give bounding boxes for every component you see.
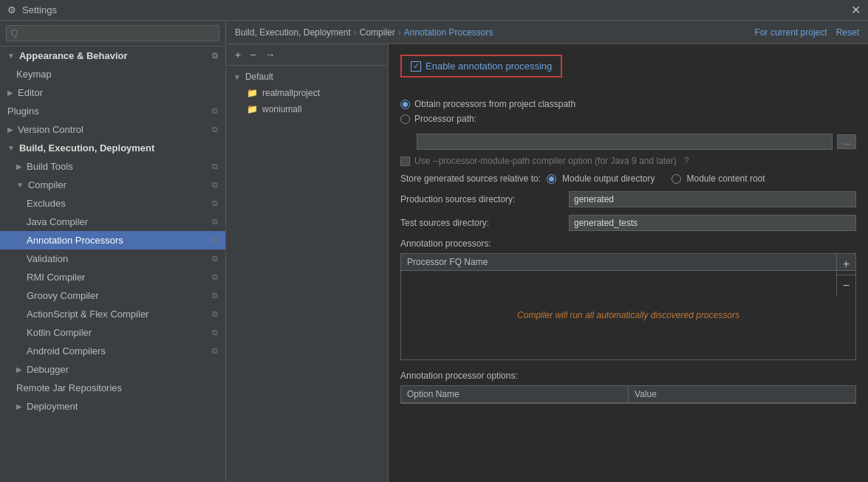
copy-icon: ⧉ [212, 235, 218, 245]
options-table-header: Option Name Value [401, 386, 855, 403]
table-add-button[interactable]: + [836, 254, 855, 275]
copy-icon: ⧉ [212, 254, 218, 264]
title-bar-icon: ⚙ [7, 4, 16, 16]
title-bar-title: Settings [22, 4, 57, 16]
expand-icon: ▼ [7, 52, 15, 60]
processor-path-input-row: … [400, 134, 856, 150]
sidebar-item-kotlin-compiler[interactable]: Kotlin Compiler ⧉ [0, 323, 225, 342]
expand-icon: ▼ [16, 181, 24, 189]
enable-annotation-checkbox[interactable]: ✓ [411, 61, 421, 72]
tree-remove-button[interactable]: − [247, 47, 259, 62]
breadcrumb-sep2: › [398, 27, 401, 38]
search-input[interactable] [6, 25, 219, 41]
tree-item-default[interactable]: ▼ Default [226, 69, 388, 85]
obtain-classpath-label: Obtain processors from project classpath [414, 99, 575, 109]
obtain-classpath-row[interactable]: Obtain processors from project classpath [400, 97, 856, 111]
sidebar-item-remote-jar[interactable]: Remote Jar Repositories [0, 379, 225, 397]
top-bar-actions: For current project Reset [755, 27, 859, 38]
tree-expand-button[interactable]: → [262, 47, 278, 62]
breadcrumb-part2: Compiler [360, 27, 395, 38]
options-table: Option Name Value [400, 385, 856, 404]
sidebar-item-label: ActionScript & Flex Compiler [27, 309, 148, 320]
test-sources-label: Test sources directory: [400, 218, 563, 228]
tree-item-label: realmallproject [262, 88, 320, 98]
copy-icon: ⧉ [212, 162, 218, 171]
main-container: ▼ Appearance & Behavior ⧉ Keymap ▶ Edito… [0, 21, 868, 482]
sidebar-item-build-tools[interactable]: ▶ Build Tools ⧉ [0, 157, 225, 176]
sidebar-item-label: Kotlin Compiler [27, 327, 92, 338]
sidebar-item-compiler[interactable]: ▼ Compiler ⧉ [0, 176, 225, 194]
breadcrumb-part3: Annotation Processors [404, 27, 493, 38]
table-body: Compiler will run all automatically disc… [401, 271, 855, 359]
processor-path-label: Processor path: [414, 114, 476, 124]
sidebar-item-editor[interactable]: ▶ Editor [0, 83, 225, 102]
store-sources-label: Store generated sources relative to: [400, 173, 541, 184]
expand-icon: ▶ [16, 402, 22, 410]
obtain-classpath-radio[interactable] [400, 100, 410, 109]
reset-link[interactable]: Reset [836, 27, 859, 38]
folder-icon: 📁 [247, 104, 258, 114]
copy-icon: ⧉ [212, 125, 218, 134]
breadcrumb: Build, Execution, Deployment › Compiler … [235, 27, 493, 38]
sidebar-item-appearance[interactable]: ▼ Appearance & Behavior ⧉ [0, 47, 225, 65]
sidebar-item-version-control[interactable]: ▶ Version Control ⧉ [0, 120, 225, 139]
sidebar-item-build-exec-deploy[interactable]: ▼ Build, Execution, Deployment [0, 139, 225, 157]
annotation-processors-table: Processor FQ Name + − Compiler will run … [400, 253, 856, 360]
sidebar-item-label: Keymap [16, 69, 52, 80]
processor-path-row[interactable]: Processor path: [400, 111, 856, 126]
sidebar-item-validation[interactable]: Validation ⧉ [0, 249, 225, 268]
sidebar-item-rmi-compiler[interactable]: RMI Compiler ⧉ [0, 268, 225, 286]
test-sources-row: Test sources directory: [400, 215, 856, 231]
sidebar-item-debugger[interactable]: ▶ Debugger [0, 360, 225, 379]
close-button[interactable]: ✕ [851, 3, 861, 17]
expand-icon: ▶ [7, 125, 13, 134]
sidebar-item-annotation-processors[interactable]: Annotation Processors ⧉ [0, 231, 225, 249]
tree-item-label: Default [245, 72, 273, 82]
sidebar-item-label: Android Compilers [27, 345, 106, 357]
module-path-checkbox[interactable] [400, 156, 410, 166]
split-panel: + − → ▼ Default 📁 realmallproject 📁 [226, 44, 868, 482]
copy-icon: ⧉ [212, 272, 218, 282]
sidebar-item-actionscript[interactable]: ActionScript & Flex Compiler ⧉ [0, 305, 225, 323]
option-value-header: Value [629, 386, 855, 402]
sidebar: ▼ Appearance & Behavior ⧉ Keymap ▶ Edito… [0, 21, 226, 482]
copy-icon: ⧉ [212, 199, 218, 208]
for-current-project-link[interactable]: For current project [755, 27, 827, 38]
tree-content: ▼ Default 📁 realmallproject 📁 woniumall [226, 66, 388, 482]
option-name-header: Option Name [401, 386, 629, 402]
module-content-radio[interactable] [671, 174, 681, 184]
sidebar-item-excludes[interactable]: Excludes ⧉ [0, 194, 225, 213]
sidebar-item-label: Build Tools [27, 161, 73, 172]
processor-path-input[interactable] [417, 134, 833, 150]
settings-panel: ✓ Enable annotation processing Obtain pr… [389, 44, 868, 482]
store-sources-row: Store generated sources relative to: Mod… [400, 173, 856, 184]
enable-annotation-box: ✓ Enable annotation processing [400, 55, 562, 78]
test-sources-input[interactable] [569, 215, 856, 231]
processor-path-browse-button[interactable]: … [837, 134, 856, 149]
tree-add-button[interactable]: + [232, 47, 244, 62]
copy-icon: ⧉ [212, 309, 218, 319]
sidebar-item-java-compiler[interactable]: Java Compiler ⧉ [0, 213, 225, 231]
breadcrumb-part1: Build, Execution, Deployment [235, 27, 351, 38]
production-sources-input[interactable] [569, 191, 856, 207]
table-remove-button[interactable]: − [836, 275, 855, 295]
sidebar-item-groovy-compiler[interactable]: Groovy Compiler ⧉ [0, 286, 225, 305]
sidebar-item-label: Version Control [18, 124, 83, 135]
tree-item-woniumall[interactable]: 📁 woniumall [226, 101, 388, 117]
copy-icon: ⧉ [212, 291, 218, 300]
tree-item-realmallproject[interactable]: 📁 realmallproject [226, 85, 388, 101]
sidebar-nav: ▼ Appearance & Behavior ⧉ Keymap ▶ Edito… [0, 47, 225, 482]
folder-icon: 📁 [247, 88, 258, 98]
module-output-radio[interactable] [547, 174, 556, 184]
sidebar-item-android-compilers[interactable]: Android Compilers ⧉ [0, 342, 225, 360]
sidebar-item-deployment[interactable]: ▶ Deployment [0, 397, 225, 416]
sidebar-item-keymap[interactable]: Keymap [0, 65, 225, 83]
top-bar: Build, Execution, Deployment › Compiler … [226, 21, 868, 44]
sidebar-item-plugins[interactable]: Plugins ⧉ [0, 102, 225, 120]
tree-item-label: woniumall [262, 104, 301, 114]
sidebar-item-label: Plugins [7, 106, 39, 117]
processor-path-radio[interactable] [400, 114, 410, 124]
sidebar-item-label: Editor [18, 87, 43, 98]
sidebar-item-label: Debugger [27, 364, 69, 375]
sidebar-item-label: Deployment [27, 401, 78, 412]
